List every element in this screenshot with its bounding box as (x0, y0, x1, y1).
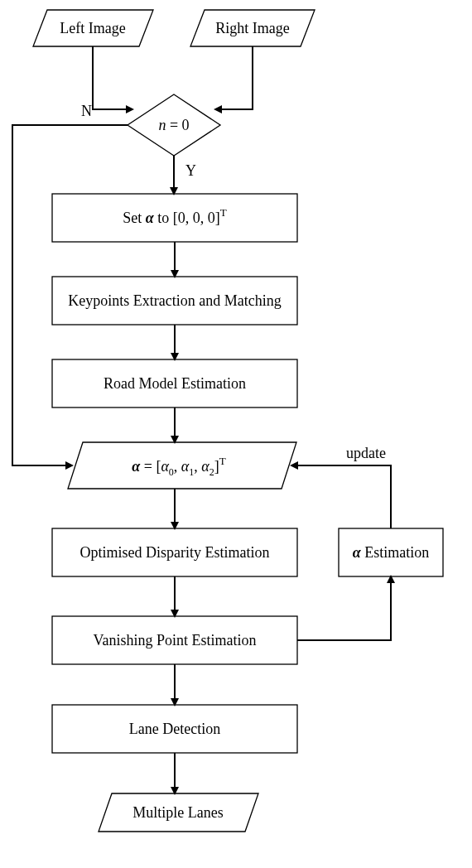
node-multi-lanes: Multiple Lanes (99, 793, 258, 832)
edge-alphaest-alphaio (291, 465, 391, 528)
multi-lanes-label: Multiple Lanes (132, 804, 223, 821)
left-image-label: Left Image (60, 20, 125, 36)
node-lane-detect: Lane Detection (52, 705, 297, 753)
node-road-model: Road Model Estimation (52, 359, 297, 407)
node-set-alpha: Set α to [0, 0, 0]T (52, 194, 297, 242)
keypoints-label: Keypoints Extraction and Matching (68, 292, 281, 309)
edge-yes-label: Y (185, 162, 196, 179)
node-alpha-io: α = [α0, α1, α2]T (68, 442, 296, 489)
node-right-image: Right Image (190, 10, 315, 46)
node-left-image: Left Image (33, 10, 153, 46)
decision-label: n = 0 (158, 117, 189, 133)
edge-vanishing-alphaest (297, 576, 391, 640)
vanishing-label: Vanishing Point Estimation (93, 632, 256, 649)
node-alpha-est: α Estimation (339, 528, 443, 576)
alpha-est-label: α Estimation (353, 544, 429, 561)
edge-no-label: N (81, 103, 92, 119)
node-vanishing: Vanishing Point Estimation (52, 616, 297, 664)
edge-update-label: update (346, 445, 386, 461)
edge-left-to-decision (93, 46, 132, 109)
disparity-label: Optimised Disparity Estimation (80, 544, 270, 561)
flowchart: Left Image Right Image n = 0 Set α to [0… (0, 0, 472, 868)
right-image-label: Right Image (215, 20, 289, 36)
lane-detect-label: Lane Detection (129, 721, 220, 737)
edge-right-to-decision (215, 46, 253, 109)
road-model-label: Road Model Estimation (104, 375, 246, 392)
node-decision: n = 0 (128, 94, 220, 156)
node-disparity: Optimised Disparity Estimation (52, 528, 297, 576)
set-alpha-label: Set α to [0, 0, 0]T (123, 206, 226, 226)
node-keypoints: Keypoints Extraction and Matching (52, 277, 297, 325)
